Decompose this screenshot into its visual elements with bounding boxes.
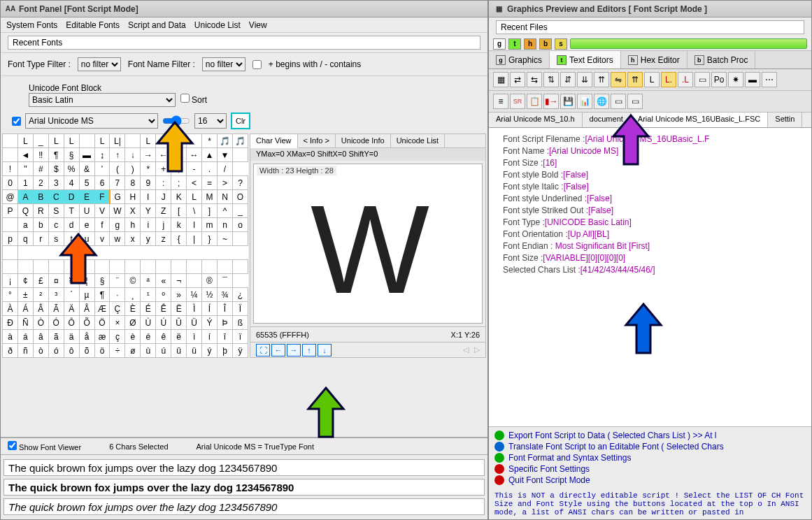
char-cell[interactable]: ¬ (171, 274, 187, 288)
tbtn-more-icon[interactable]: ⋯ (762, 72, 777, 87)
char-cell[interactable]: 🎵 (218, 134, 233, 148)
tbtn-arrow8-icon[interactable]: ⇈ (627, 72, 643, 87)
char-cell[interactable]: N (218, 190, 233, 204)
char-cell[interactable]: l (187, 218, 202, 232)
char-cell[interactable] (218, 260, 233, 274)
char-cell[interactable]: ^ (218, 204, 233, 218)
char-cell[interactable]: Ï (232, 302, 248, 316)
char-cell[interactable]: § (94, 274, 110, 288)
char-cell[interactable]: S (48, 204, 64, 218)
char-cell[interactable]: 9 (141, 176, 156, 190)
char-cell[interactable]: P (3, 204, 18, 218)
tbtn-box3-icon[interactable]: ▭ (627, 94, 643, 109)
char-cell[interactable]: Ú (156, 316, 171, 330)
char-cell[interactable] (125, 260, 141, 274)
char-cell[interactable] (3, 134, 18, 148)
char-cell[interactable]: } (202, 232, 218, 246)
char-cell[interactable]: @ (3, 190, 18, 204)
char-cell[interactable] (79, 134, 94, 148)
char-cell[interactable]: L (171, 134, 187, 148)
char-cell[interactable]: ³ (48, 288, 64, 302)
char-cell[interactable]: ▼ (218, 148, 233, 162)
char-cell[interactable]: Æ (94, 302, 110, 316)
tbtn-arrow1-icon[interactable]: ⇄ (510, 72, 525, 87)
tbtn-l3-icon[interactable]: .L (678, 72, 693, 87)
char-cell[interactable]: Õ (79, 316, 94, 330)
unicode-block-select[interactable]: Basic Latin (29, 93, 176, 107)
char-cell[interactable]: É (141, 302, 156, 316)
char-cell[interactable]: Î (218, 302, 233, 316)
char-cell[interactable] (232, 148, 248, 162)
char-cell[interactable]: B (33, 190, 48, 204)
char-cell[interactable]: Å (79, 302, 94, 316)
show-viewer-checkbox[interactable] (8, 441, 17, 450)
tbtn-arrow5-icon[interactable]: ⇊ (577, 72, 592, 87)
char-cell[interactable]: Y (141, 204, 156, 218)
char-cell[interactable]: & (79, 162, 94, 176)
char-cell[interactable] (156, 260, 171, 274)
char-cell[interactable]: À (3, 302, 18, 316)
char-cell[interactable]: k (171, 218, 187, 232)
recent-files-input[interactable] (496, 20, 804, 34)
char-cell[interactable]: ñ (17, 344, 33, 358)
char-cell[interactable]: ú (156, 344, 171, 358)
char-cell[interactable]: ! (3, 162, 18, 176)
char-cell[interactable]: ¶ (94, 288, 110, 302)
char-cell[interactable]: µ (79, 288, 94, 302)
char-cell[interactable]: U (79, 204, 94, 218)
char-cell[interactable]: 3 (48, 176, 64, 190)
char-cell[interactable]: ↔ (187, 148, 202, 162)
char-cell[interactable]: Û (171, 316, 187, 330)
char-cell[interactable]: º (156, 288, 171, 302)
char-cell[interactable]: 0 (3, 176, 18, 190)
pill-g[interactable]: g (493, 38, 506, 50)
pill-h[interactable]: h (524, 38, 536, 50)
char-cell[interactable]: O (232, 190, 248, 204)
char-cell[interactable]: V (94, 204, 110, 218)
action-item[interactable]: Export Font Script to Data ( Selected Ch… (494, 430, 806, 441)
char-cell[interactable]: G (110, 190, 125, 204)
char-cell[interactable]: ¥ (64, 274, 79, 288)
char-cell[interactable]: = (202, 176, 218, 190)
char-cell[interactable]: Ñ (17, 316, 33, 330)
sample-bold[interactable] (3, 479, 485, 496)
tbtn-po-icon[interactable]: Po (711, 72, 727, 87)
tbtn-arrow6-icon[interactable]: ⇈ (594, 72, 609, 87)
char-cell[interactable]: n (218, 218, 233, 232)
char-cell[interactable]: ¦ (79, 274, 94, 288)
font-size-select[interactable]: 16 (194, 113, 227, 129)
char-cell[interactable]: ² (33, 288, 48, 302)
char-cell[interactable]: ¿ (232, 288, 248, 302)
char-cell[interactable]: 8 (125, 176, 141, 190)
char-cell[interactable]: Ò (33, 316, 48, 330)
char-cell[interactable]: í (202, 330, 218, 344)
sub-tab-1[interactable]: document (583, 113, 631, 127)
char-cell[interactable]: ã (48, 330, 64, 344)
char-cell[interactable] (187, 134, 202, 148)
char-cell[interactable]: ¤ (48, 274, 64, 288)
char-cell[interactable]: ± (17, 288, 33, 302)
char-cell[interactable]: ¾ (218, 288, 233, 302)
char-cell[interactable]: j (156, 218, 171, 232)
char-cell[interactable]: b (33, 218, 48, 232)
char-cell[interactable]: c (48, 218, 64, 232)
char-cell[interactable]: 5 (79, 176, 94, 190)
char-cell[interactable]: Þ (218, 316, 233, 330)
char-cell[interactable]: a (17, 218, 33, 232)
char-cell[interactable]: â (33, 330, 48, 344)
menu-script-data[interactable]: Script and Data (128, 20, 186, 30)
char-cell[interactable]: ý (202, 344, 218, 358)
char-cell[interactable]: ; (171, 176, 187, 190)
recent-fonts-input[interactable] (8, 36, 480, 50)
char-cell[interactable]: + (156, 162, 171, 176)
tbtn-grid-icon[interactable]: ▦ (493, 72, 508, 87)
char-cell[interactable]: m (202, 218, 218, 232)
sample-normal[interactable] (3, 459, 485, 476)
char-cell[interactable]: ï (232, 330, 248, 344)
char-cell[interactable]: $ (48, 162, 64, 176)
char-cell[interactable]: ¡ (3, 274, 18, 288)
char-cell[interactable]: 1 (17, 176, 33, 190)
char-cell[interactable]: ¨ (110, 274, 125, 288)
char-cell[interactable]: L (141, 134, 156, 148)
tbtn-exit-icon[interactable]: ▮→ (543, 94, 559, 109)
